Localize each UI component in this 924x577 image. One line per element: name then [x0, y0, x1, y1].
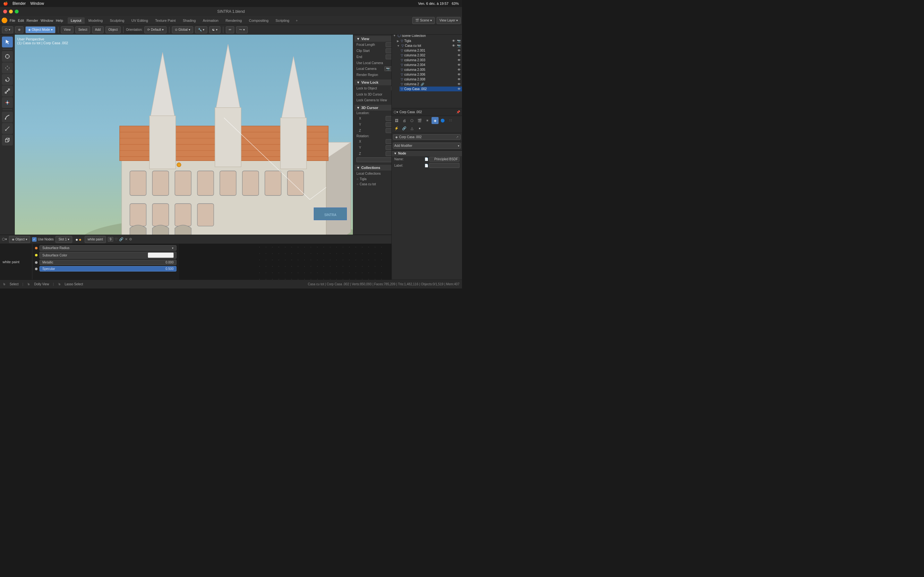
- transform-pivot-selector[interactable]: ⊙ Global ▾: [172, 26, 193, 33]
- col2-eye-icon[interactable]: 👁: [457, 53, 461, 57]
- menu-render[interactable]: Render: [27, 19, 38, 23]
- scale-tool-button[interactable]: [2, 85, 13, 97]
- col6-eye-icon[interactable]: 👁: [457, 73, 461, 76]
- outliner-item-casa[interactable]: ▼ ▽ Casa cu tot 👁 📷: [396, 43, 462, 48]
- col3-eye-icon[interactable]: 👁: [457, 58, 461, 62]
- use-nodes-checkbox[interactable]: ✓: [32, 237, 37, 242]
- tab-layout[interactable]: Layout: [68, 17, 85, 24]
- tab-modeling[interactable]: Modeling: [86, 17, 106, 24]
- blender-menu[interactable]: Blender: [13, 1, 26, 6]
- mode-selector[interactable]: ◈ Object Mode ▾: [25, 26, 55, 33]
- transform-tool-button[interactable]: [2, 97, 13, 108]
- maximize-button[interactable]: [15, 10, 19, 13]
- tab-texture-paint[interactable]: Texture Paint: [152, 17, 179, 24]
- props-object-icon-btn[interactable]: ◈: [431, 117, 439, 124]
- object-menu[interactable]: Object: [105, 26, 121, 33]
- subsurface-radius-field[interactable]: Subsurface Radius ▾: [39, 245, 176, 251]
- select-tool-button[interactable]: [2, 37, 13, 47]
- outliner-item-col-base[interactable]: ▽ columna 2 🔗 👁: [399, 82, 462, 87]
- node-name-value[interactable]: Principled BSDF: [429, 157, 459, 161]
- menu-file[interactable]: File: [10, 19, 15, 23]
- props-output-icon-btn[interactable]: 🖨: [401, 117, 408, 124]
- tab-shading[interactable]: Shading: [180, 17, 199, 24]
- orientation-selector[interactable]: ⟳ Default ▾: [144, 26, 166, 33]
- snap-button[interactable]: 🔧 ▾: [195, 26, 207, 33]
- props-pin-icon[interactable]: 📌: [456, 110, 460, 114]
- material-selector[interactable]: white paint: [85, 236, 106, 243]
- outliner-item-col4[interactable]: ▽ columna 2.004 👁: [399, 63, 462, 67]
- slot-selector[interactable]: Slot 1 ▾: [55, 236, 72, 243]
- tigla-eye-icon[interactable]: 👁: [452, 39, 455, 43]
- props-constraints-icon-btn[interactable]: 🔗: [401, 125, 408, 132]
- casa-eye-icon[interactable]: 👁: [452, 44, 455, 47]
- outliner-item-col6[interactable]: ▽ columna 2.006 👁: [399, 72, 462, 77]
- outliner-item-col5[interactable]: ▽ columna 2.005 👁: [399, 67, 462, 72]
- annotate-tool-button[interactable]: [2, 111, 13, 122]
- add-modifier-button[interactable]: Add Modifier ▾: [393, 143, 461, 149]
- casa-render-icon[interactable]: 📷: [457, 44, 461, 47]
- add-menu[interactable]: Add: [92, 26, 103, 33]
- specular-field[interactable]: Specular 0.500: [39, 266, 176, 271]
- rotate-tool-button[interactable]: [2, 74, 13, 85]
- minimize-button[interactable]: [9, 10, 13, 13]
- add-cube-button[interactable]: [2, 135, 13, 145]
- props-render-icon-btn[interactable]: 🖼: [393, 117, 400, 124]
- metallic-field[interactable]: Metallic 0.000: [39, 259, 176, 265]
- col8-eye-icon[interactable]: 👁: [457, 77, 461, 81]
- col4-eye-icon[interactable]: 👁: [457, 63, 461, 67]
- node-editor-type-icon[interactable]: ⬡▾: [2, 237, 7, 242]
- props-modifier-icon-btn[interactable]: 🔵: [439, 117, 446, 124]
- tab-scripting[interactable]: Scripting: [272, 17, 292, 24]
- outliner-item-col3[interactable]: ▽ columna 2.003 👁: [399, 58, 462, 63]
- apple-icon[interactable]: 🍎: [3, 1, 8, 6]
- props-world-icon-btn[interactable]: ☀: [424, 117, 431, 124]
- tab-sculpting[interactable]: Sculpting: [107, 17, 128, 24]
- measure-tool-button[interactable]: [2, 123, 13, 134]
- grease-pencil-button[interactable]: ✏: [226, 26, 234, 33]
- subsurface-color-swatch[interactable]: [148, 253, 174, 258]
- menu-help[interactable]: Help: [56, 19, 63, 23]
- menu-window[interactable]: Window: [41, 19, 53, 23]
- tigla-render-icon[interactable]: 📷: [457, 39, 461, 43]
- editor-type-button[interactable]: ⬡ ▾: [2, 26, 13, 33]
- props-view-layer-icon-btn[interactable]: ⬡: [409, 117, 415, 124]
- material-link-icon[interactable]: 🔗: [119, 237, 124, 242]
- add-workspace-button[interactable]: +: [293, 17, 300, 24]
- object-selector-pin-icon[interactable]: ↗: [456, 135, 459, 139]
- node-object-selector[interactable]: ◈ Object ▾: [9, 236, 30, 243]
- corp-casa-eye-icon[interactable]: 👁: [457, 87, 461, 91]
- props-data-icon-btn[interactable]: △: [409, 125, 415, 132]
- gizmo-button[interactable]: ⊕: [15, 26, 23, 33]
- props-editor-icon[interactable]: ⬡▾: [394, 110, 398, 114]
- props-physics-icon-btn[interactable]: ⚡: [393, 125, 400, 132]
- tab-rendering[interactable]: Rendering: [222, 17, 245, 24]
- material-unlink-icon[interactable]: ✕: [125, 237, 128, 242]
- material-heart-icon[interactable]: ♡: [115, 237, 118, 242]
- view-layer-selector[interactable]: View Layer ▾: [437, 17, 461, 24]
- subsurface-color-field[interactable]: Subsurface Color: [39, 251, 176, 259]
- material-users-count[interactable]: 9: [108, 237, 113, 242]
- material-settings-icon[interactable]: ⚙: [129, 237, 132, 242]
- proportional-edit-button[interactable]: ☯ ▾: [209, 26, 220, 33]
- scene-selector[interactable]: 🎬 Scene ▾: [412, 17, 435, 24]
- outliner-item-corp-casa[interactable]: ▽ Corp Casa .002 👁: [399, 87, 462, 91]
- props-scene-icon-btn[interactable]: 🎬: [416, 117, 423, 124]
- outliner-item-col8[interactable]: ▽ columna 2.008 👁: [399, 77, 462, 82]
- col5-eye-icon[interactable]: 👁: [457, 68, 461, 71]
- props-material-icon-btn[interactable]: ●: [416, 125, 423, 132]
- node-label-value[interactable]: [429, 163, 459, 168]
- menu-edit[interactable]: Edit: [18, 19, 24, 23]
- outliner-item-col2[interactable]: ▽ columna 2.002 👁: [399, 53, 462, 58]
- cursor-tool-button[interactable]: [2, 51, 13, 62]
- outliner-item-tigla[interactable]: ▶ ▽ Tigla 👁 📷: [396, 39, 462, 43]
- node-section-header[interactable]: ▼ Node: [392, 151, 462, 156]
- tab-compositing[interactable]: Compositing: [246, 17, 272, 24]
- props-particles-icon-btn[interactable]: ∷: [447, 117, 454, 124]
- view-menu[interactable]: View: [61, 26, 74, 33]
- close-button[interactable]: [3, 10, 7, 13]
- select-menu[interactable]: Select: [75, 26, 90, 33]
- falloff-button[interactable]: 〜 ▾: [236, 26, 248, 33]
- outliner-item-col1[interactable]: ▽ columna 2.001 👁: [399, 48, 462, 53]
- tab-animation[interactable]: Animation: [200, 17, 222, 24]
- move-tool-button[interactable]: [2, 63, 13, 73]
